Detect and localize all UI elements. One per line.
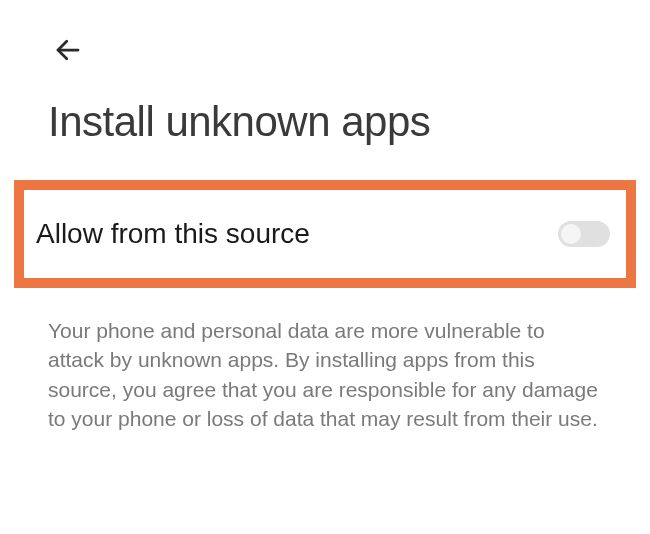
- warning-description: Your phone and personal data are more vu…: [0, 288, 650, 434]
- allow-source-row[interactable]: Allow from this source: [14, 180, 636, 288]
- header-bar: [0, 0, 650, 70]
- back-button[interactable]: [48, 30, 88, 70]
- allow-source-label: Allow from this source: [36, 218, 310, 250]
- allow-source-toggle[interactable]: [558, 221, 610, 247]
- back-arrow-icon: [53, 35, 83, 65]
- toggle-thumb: [561, 224, 581, 244]
- page-title: Install unknown apps: [0, 70, 650, 146]
